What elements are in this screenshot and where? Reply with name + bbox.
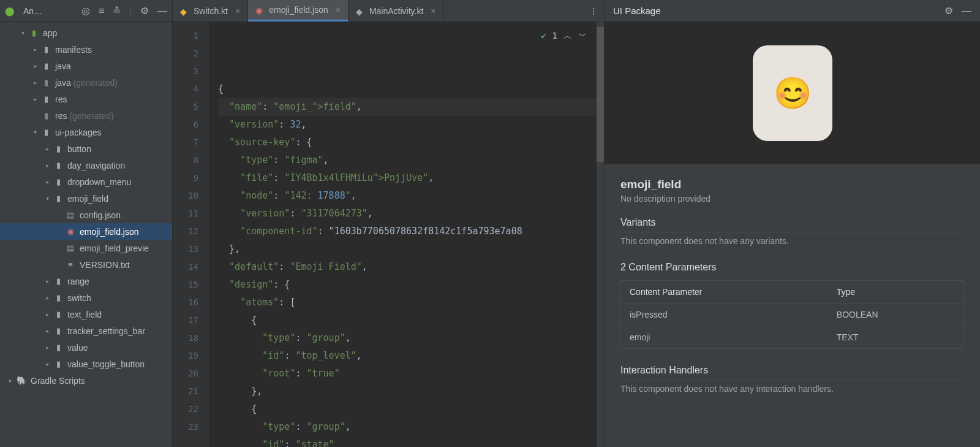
inspection-badge[interactable]: ✔ 1 ︿ ﹀: [541, 27, 587, 45]
code-line[interactable]: },: [218, 383, 597, 400]
next-highlight-icon[interactable]: ﹀: [578, 27, 587, 45]
tree-item-label: value: [67, 343, 88, 353]
target-icon[interactable]: ◎: [81, 5, 90, 17]
expand-arrow-icon[interactable]: ▸: [43, 145, 51, 153]
param-name: isPressed: [621, 304, 828, 326]
tree-item[interactable]: ▸▮tracker_settings_bar: [0, 323, 172, 339]
code-line[interactable]: "name": "emoji_">field",: [218, 98, 597, 116]
expand-arrow-icon[interactable]: ▾: [18, 29, 27, 37]
expand-arrow-icon[interactable]: ▸: [43, 327, 51, 335]
folder-icon: ▮: [53, 326, 64, 337]
expand-arrow-icon[interactable]: ▾: [43, 194, 51, 203]
expand-arrow-icon[interactable]: ▸: [43, 310, 51, 319]
collapse-all-icon[interactable]: ≛: [113, 5, 121, 17]
folder-icon: ▮: [53, 292, 64, 304]
folder-icon: ▮: [53, 160, 64, 171]
editor-tab[interactable]: ◆MainActivity.kt×: [349, 0, 444, 21]
close-icon[interactable]: ×: [336, 5, 341, 15]
code-line[interactable]: {: [218, 311, 597, 329]
tree-item-label: emoji_field.json: [80, 227, 139, 237]
close-icon[interactable]: ×: [235, 6, 240, 16]
tree-item[interactable]: ▤emoji_field_previe: [0, 240, 172, 256]
tree-item[interactable]: ▾▮ui-packages: [0, 124, 172, 140]
code-line[interactable]: "id": "state": [218, 436, 597, 447]
code-line[interactable]: "default": "Emoji Field",: [218, 258, 597, 276]
tree-item[interactable]: ▸▮value_toggle_button: [0, 356, 172, 372]
code-line[interactable]: "version": 32,: [218, 116, 597, 134]
minimize-icon[interactable]: —: [962, 6, 971, 17]
preview-box: 😊: [753, 45, 832, 141]
tree-item[interactable]: ▸▮java: [0, 58, 172, 74]
close-icon[interactable]: ×: [431, 6, 435, 16]
component-name: emoji_field: [620, 178, 964, 191]
code-line[interactable]: "node": "142: 17888",: [218, 187, 597, 205]
code-line[interactable]: "version": "3117064273",: [218, 205, 597, 223]
code-line[interactable]: "id": "top_level",: [218, 347, 597, 365]
editor-tab[interactable]: ◆Switch.kt×: [173, 0, 248, 21]
tree-item-label: tracker_settings_bar: [67, 326, 145, 336]
tree-item[interactable]: ◉emoji_field.json: [0, 223, 172, 240]
editor-tab[interactable]: ◉emoji_field.json×: [248, 0, 349, 21]
code-line[interactable]: },: [218, 240, 597, 258]
variants-body: This component does not have any variant…: [620, 236, 964, 246]
tab-label: emoji_field.json: [269, 5, 328, 15]
expand-arrow-icon[interactable]: ▸: [6, 376, 15, 385]
params-header-type: Type: [828, 281, 964, 304]
expand-arrow-icon[interactable]: ▸: [43, 277, 51, 286]
tree-item[interactable]: ▸▮value: [0, 339, 172, 356]
tree-item[interactable]: ▸▮day_navigation: [0, 157, 172, 174]
expand-arrow-icon[interactable]: ▸: [31, 62, 39, 71]
code-line[interactable]: "root": "true": [218, 365, 597, 383]
minimize-icon[interactable]: —: [157, 6, 167, 17]
tree-item[interactable]: ▸▮dropdown_menu: [0, 174, 172, 190]
expand-arrow-icon[interactable]: ▸: [43, 294, 51, 302]
preview-area: 😊: [605, 22, 980, 164]
tabs-menu-icon[interactable]: ⋮: [583, 6, 604, 16]
code-line[interactable]: "file": "IY4Bb1x4lFHMiLu">PnjjUve",: [218, 169, 597, 187]
folder-icon: ▮: [53, 309, 64, 320]
code-line[interactable]: "type": "figma",: [218, 151, 597, 169]
tree-item[interactable]: ▸▮button: [0, 140, 172, 157]
handlers-body: This component does not have any interac…: [620, 384, 964, 394]
code-line[interactable]: "type": "group",: [218, 418, 597, 436]
params-header-name: Content Parameter: [621, 281, 828, 304]
code-line[interactable]: "component-id": "1603b77065078632f8142c1…: [218, 223, 597, 240]
gear-icon[interactable]: ⚙: [140, 5, 149, 17]
expand-all-icon[interactable]: ≡: [99, 6, 104, 17]
project-label: An…: [23, 6, 42, 16]
tree-item[interactable]: ▸▮manifests: [0, 41, 172, 58]
tree-item-label: config.json: [80, 210, 121, 220]
tree-item[interactable]: ▸▮text_field: [0, 306, 172, 323]
code-line[interactable]: {: [218, 80, 597, 98]
tree-item[interactable]: ▾▮app: [0, 25, 172, 41]
tree-item[interactable]: ▸▮switch: [0, 289, 172, 306]
expand-arrow-icon[interactable]: ▸: [43, 178, 51, 186]
code-line[interactable]: "design": {: [218, 276, 597, 294]
code-line[interactable]: {: [218, 400, 597, 418]
expand-arrow-icon[interactable]: ▸: [31, 95, 39, 104]
expand-arrow-icon[interactable]: ▸: [31, 45, 39, 54]
tree-item[interactable]: ▮res (generated): [0, 107, 172, 124]
expand-arrow-icon[interactable]: ▸: [31, 78, 39, 87]
tree-item-label: res (generated): [55, 111, 114, 121]
tree-item[interactable]: ▸▮range: [0, 273, 172, 289]
tree-item[interactable]: ▸▮res: [0, 91, 172, 107]
folder-icon: ▮: [40, 110, 51, 121]
tree-item[interactable]: ▸▮java (generated): [0, 74, 172, 91]
code-line[interactable]: "atoms": [: [218, 294, 597, 311]
gear-icon[interactable]: ⚙: [944, 5, 953, 17]
code-area[interactable]: ✔ 1 ︿ ﹀ { "name": "emoji_">field", "vers…: [209, 22, 597, 447]
editor-scrollbar[interactable]: [597, 22, 604, 447]
expand-arrow-icon[interactable]: ▸: [43, 360, 51, 369]
expand-arrow-icon[interactable]: ▾: [31, 128, 39, 137]
tree-item[interactable]: ≡VERSION.txt: [0, 256, 172, 273]
tree-item[interactable]: ▾▮emoji_field: [0, 190, 172, 207]
folder-icon: ▮: [40, 44, 51, 55]
tree-item[interactable]: ▸🐘Gradle Scripts: [0, 372, 172, 389]
expand-arrow-icon[interactable]: ▸: [43, 343, 51, 352]
expand-arrow-icon[interactable]: ▸: [43, 161, 51, 170]
code-line[interactable]: "type": "group",: [218, 329, 597, 347]
prev-highlight-icon[interactable]: ︿: [564, 27, 572, 45]
tree-item[interactable]: ▤config.json: [0, 207, 172, 223]
code-line[interactable]: "source-key": {: [218, 134, 597, 151]
